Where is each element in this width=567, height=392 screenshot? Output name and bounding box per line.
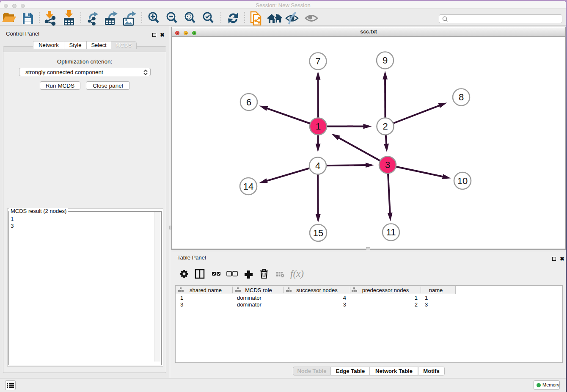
svg-text:14: 14: [243, 181, 253, 192]
svg-text:15: 15: [313, 228, 323, 238]
svg-text:10: 10: [457, 176, 468, 186]
svg-text:f(x): f(x): [290, 268, 304, 279]
svg-text:6: 6: [246, 97, 251, 108]
svg-text:1: 1: [316, 121, 321, 132]
svg-text:7: 7: [315, 56, 320, 66]
svg-text:2: 2: [383, 121, 388, 132]
svg-text:11: 11: [386, 227, 396, 237]
svg-text:8: 8: [459, 92, 464, 102]
svg-text:9: 9: [383, 55, 388, 66]
svg-text:3: 3: [385, 160, 390, 170]
svg-text:4: 4: [315, 160, 320, 171]
